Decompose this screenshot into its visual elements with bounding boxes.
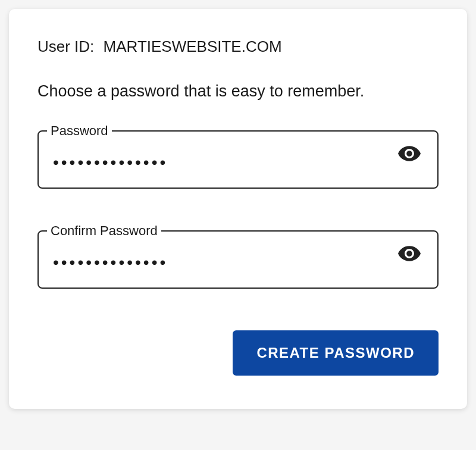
password-form-card: User ID: MARTIESWEBSITE.COM Choose a pas… <box>9 9 467 409</box>
password-field-border: Password <box>37 130 439 189</box>
confirm-password-field-border: Confirm Password <box>37 230 439 289</box>
user-id-row: User ID: MARTIESWEBSITE.COM <box>37 38 439 56</box>
confirm-password-field-group: Confirm Password <box>37 230 439 289</box>
toggle-password-visibility-button[interactable] <box>396 142 423 165</box>
toggle-confirm-visibility-button[interactable] <box>396 242 423 265</box>
eye-icon <box>398 245 421 262</box>
password-input[interactable] <box>53 147 396 172</box>
password-field-group: Password <box>37 130 439 189</box>
password-label: Password <box>47 123 112 139</box>
confirm-password-label: Confirm Password <box>47 223 161 239</box>
confirm-password-input[interactable] <box>53 247 396 272</box>
user-id-value: MARTIESWEBSITE.COM <box>104 38 282 55</box>
eye-icon <box>398 145 421 162</box>
button-row: CREATE PASSWORD <box>37 330 439 376</box>
instruction-text: Choose a password that is easy to rememb… <box>37 82 439 101</box>
user-id-label: User ID: <box>37 38 94 55</box>
create-password-button[interactable]: CREATE PASSWORD <box>233 330 439 376</box>
